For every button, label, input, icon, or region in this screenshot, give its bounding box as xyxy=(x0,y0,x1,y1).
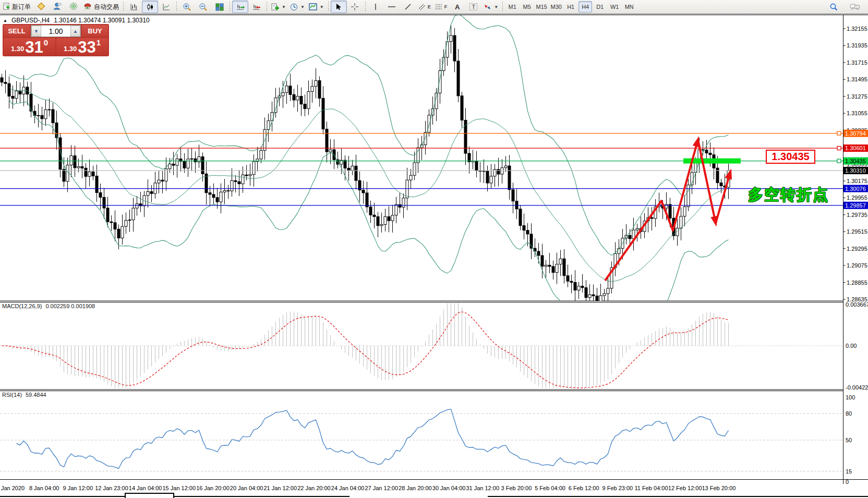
channel-letter: E xyxy=(428,4,431,9)
svg-text:1.30794: 1.30794 xyxy=(845,130,866,137)
tile-windows-button[interactable] xyxy=(211,1,227,13)
svg-text:1.29075: 1.29075 xyxy=(847,262,867,269)
toolbar-separator xyxy=(176,2,177,12)
horizontal-line-button[interactable] xyxy=(384,1,400,13)
timeframe-M1[interactable]: M1 xyxy=(505,1,519,13)
candlestick-chart-button[interactable] xyxy=(142,1,158,13)
svg-text:1.30601: 1.30601 xyxy=(845,145,866,151)
svg-text:100: 100 xyxy=(846,394,855,400)
volume-increase-button[interactable]: ▲ xyxy=(70,26,80,37)
new-order-button[interactable]: 新订单 xyxy=(1,1,33,13)
toolbar-separator xyxy=(502,2,503,12)
bottom-grip xyxy=(125,493,174,498)
timeframe-W1[interactable]: W1 xyxy=(608,1,621,13)
label-letter: T xyxy=(469,3,477,10)
svg-text:22 Jan 20:00: 22 Jan 20:00 xyxy=(297,485,331,491)
svg-text:0.003667: 0.003667 xyxy=(846,301,868,308)
volume-decrease-button[interactable]: ▼ xyxy=(31,26,41,37)
ohlc-values: 1.30146 1.30474 1.30091 1.30310 xyxy=(54,17,150,24)
indicators-button[interactable]: ▼ xyxy=(269,1,288,13)
toolbar-separator xyxy=(328,2,329,12)
chart-shift-button[interactable] xyxy=(248,1,264,13)
templates-button[interactable]: ▼ xyxy=(307,1,326,13)
svg-text:5 Feb 04:00: 5 Feb 04:00 xyxy=(535,485,565,491)
equidistant-channel-button[interactable]: E xyxy=(416,1,433,13)
macd-pane xyxy=(0,303,843,388)
svg-text:1.29295: 1.29295 xyxy=(847,246,867,252)
symbol-period-label: GBPUSD-,H4 xyxy=(11,17,50,24)
svg-text:9 Feb 23:00: 9 Feb 23:00 xyxy=(602,485,633,491)
arrows-button[interactable]: ▼ xyxy=(481,1,500,13)
svg-text:12 Feb 12:00: 12 Feb 12:00 xyxy=(668,485,702,491)
signal-icon xyxy=(69,2,78,12)
turning-point-annotation: 多空转折点 xyxy=(748,185,829,205)
svg-text:1.30076: 1.30076 xyxy=(845,186,866,192)
autotrading-button[interactable]: 自动交易 xyxy=(81,1,121,13)
svg-text:1.32155: 1.32155 xyxy=(847,26,867,32)
buy-price-prefix: 1.30 xyxy=(64,45,77,53)
zoom-out-button[interactable] xyxy=(195,1,211,13)
svg-text:20 Jan 04:00: 20 Jan 04:00 xyxy=(230,485,263,491)
svg-text:3 Feb 20:00: 3 Feb 20:00 xyxy=(501,485,532,491)
toolbar-separator xyxy=(365,2,366,12)
sell-button[interactable]: SELL xyxy=(4,25,30,37)
chart-surface[interactable]: 1.321551.319351.317151.314951.312751.310… xyxy=(0,0,868,498)
buy-price[interactable]: 1.30 33 1 xyxy=(56,38,108,55)
timeframe-M15[interactable]: M15 xyxy=(535,1,548,13)
chat-button[interactable] xyxy=(847,1,863,13)
timeframe-H4[interactable]: H4 xyxy=(578,1,592,13)
bar-chart-button[interactable] xyxy=(126,1,142,13)
trendline-button[interactable] xyxy=(400,1,416,13)
autotrading-icon xyxy=(83,2,92,11)
mt4-terminal: 新订单 自动交易 ▼ ▼ ▼ E F A T ▼ xyxy=(0,0,868,498)
timeframe-M30[interactable]: M30 xyxy=(549,1,563,13)
fibonacci-button[interactable]: F xyxy=(433,1,450,13)
volume-value[interactable]: 1.00 xyxy=(41,26,70,37)
rsi-name: RSI(14) xyxy=(2,392,22,398)
timeframe-H1[interactable]: H1 xyxy=(564,1,577,13)
svg-text:1.31715: 1.31715 xyxy=(847,59,867,66)
autotrading-label: 自动交易 xyxy=(94,3,119,11)
svg-text:16 Jan 20:00: 16 Jan 20:00 xyxy=(196,485,230,491)
cursor-button[interactable] xyxy=(331,1,347,13)
buy-price-sup: 1 xyxy=(97,38,101,47)
collapse-panel-icon[interactable]: ▲ xyxy=(3,18,7,23)
svg-text:9 Jan 12:00: 9 Jan 12:00 xyxy=(63,485,93,491)
volume-stepper: ▼ 1.00 ▲ xyxy=(31,25,81,37)
sell-price-big: 31 xyxy=(25,41,43,54)
svg-text:1.31055: 1.31055 xyxy=(847,110,867,116)
crosshair-button[interactable] xyxy=(347,1,363,13)
periods-button[interactable]: ▼ xyxy=(288,1,307,13)
svg-text:13 Feb 20:00: 13 Feb 20:00 xyxy=(702,485,736,491)
line-chart-button[interactable] xyxy=(158,1,174,13)
svg-text:6 Jan 2020: 6 Jan 2020 xyxy=(0,485,25,491)
search-button[interactable] xyxy=(825,1,841,13)
svg-text:31 Jan 12:00: 31 Jan 12:00 xyxy=(466,485,499,491)
market-button[interactable] xyxy=(33,1,49,13)
sell-price-sup: 0 xyxy=(44,38,48,47)
buy-button[interactable]: BUY xyxy=(82,25,108,37)
vertical-line-button[interactable] xyxy=(368,1,384,13)
person-cloud-icon xyxy=(53,2,62,11)
text-letter: A xyxy=(455,3,460,11)
svg-text:14 Jan 04:00: 14 Jan 04:00 xyxy=(129,485,162,491)
auto-scroll-button[interactable] xyxy=(232,1,248,13)
svg-text:30 Jan 04:00: 30 Jan 04:00 xyxy=(432,485,466,491)
sell-price[interactable]: 1.30 31 0 xyxy=(4,38,55,55)
timeframe-MN[interactable]: MN xyxy=(622,1,636,13)
timeframe-D1[interactable]: D1 xyxy=(593,1,607,13)
signals-button[interactable] xyxy=(65,1,81,13)
svg-text:27 Jan 12:00: 27 Jan 12:00 xyxy=(365,485,398,491)
macd-name: MACD(12,26,9) xyxy=(2,303,42,309)
text-label-button[interactable]: T xyxy=(465,1,481,13)
fibo-letter: F xyxy=(444,4,448,9)
svg-text:24 Jan 04:00: 24 Jan 04:00 xyxy=(331,485,365,491)
community-button[interactable] xyxy=(49,1,65,13)
chevron-down-icon: ▼ xyxy=(300,5,305,9)
timeframe-M5[interactable]: M5 xyxy=(520,1,534,13)
zoom-in-button[interactable] xyxy=(179,1,195,13)
new-order-icon xyxy=(3,3,10,11)
svg-text:1.30435: 1.30435 xyxy=(845,158,866,164)
text-button[interactable]: A xyxy=(449,1,465,13)
svg-text:0.00: 0.00 xyxy=(846,343,857,349)
